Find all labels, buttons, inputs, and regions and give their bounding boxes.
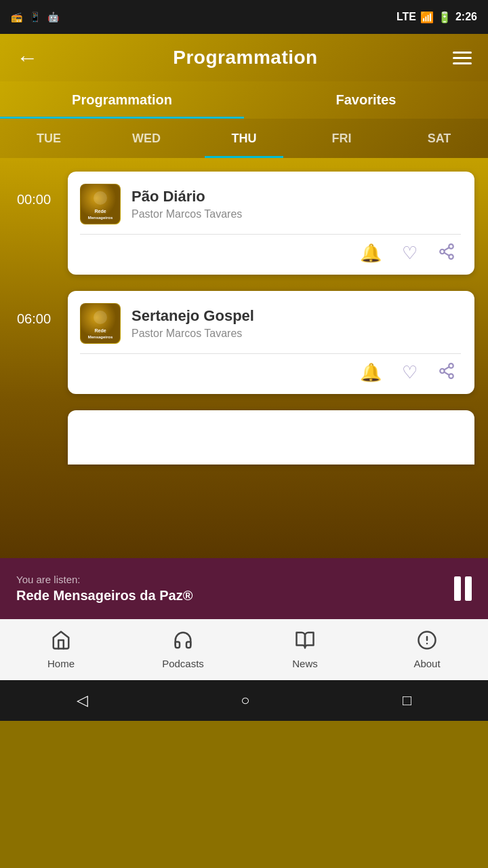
program-card-1: Rede Mensageiros Pão Diário Pastor Marco… [68, 172, 474, 275]
day-tab-thu[interactable]: THU [195, 119, 293, 158]
bell-icon-2[interactable]: 🔔 [360, 362, 382, 384]
pause-bar-right [465, 576, 472, 601]
program-logo-1: Rede Mensageiros [80, 184, 121, 224]
card-info-2: Sertanejo Gospel Pastor Marcos Tavares [131, 307, 461, 340]
nav-item-podcasts[interactable]: Podcasts [122, 619, 244, 680]
program-subtitle-1: Pastor Marcos Tavares [131, 208, 461, 220]
bottom-nav: Home Podcasts News About [0, 619, 488, 680]
content-area: 00:00 Red [0, 158, 488, 558]
nav-label-about: About [413, 658, 440, 669]
card-top-2: Rede Mensageiros Sertanejo Gospel Pastor… [80, 303, 461, 344]
tab-programmation[interactable]: Programmation [0, 81, 244, 119]
news-icon [295, 630, 315, 655]
program-title-1: Pão Diário [131, 188, 461, 205]
card-actions-2: 🔔 ♡ [80, 362, 461, 384]
svg-text:Rede: Rede [94, 328, 106, 333]
program-row-1: 00:00 Red [0, 172, 474, 275]
program-card-3-partial [68, 410, 474, 465]
back-button[interactable]: ← [16, 45, 38, 71]
android-icon: 🤖 [47, 12, 59, 22]
battery-icon: 🔋 [438, 11, 451, 24]
recents-android-button[interactable]: □ [403, 692, 411, 709]
card-divider-1 [80, 234, 461, 235]
program-row-3-partial [0, 410, 474, 465]
svg-text:Mensageiros: Mensageiros [88, 335, 113, 339]
day-tab-sat[interactable]: SAT [390, 119, 488, 158]
share-icon-2[interactable] [438, 362, 455, 384]
nav-label-news: News [292, 658, 318, 669]
svg-line-7 [444, 253, 449, 256]
program-row-2: 06:00 Red [0, 291, 474, 394]
svg-line-17 [444, 367, 449, 370]
svg-line-8 [444, 248, 449, 250]
now-playing-text: You are listen: Rede Mensageiros da Paz® [16, 574, 454, 604]
heart-icon-1[interactable]: ♡ [402, 243, 418, 265]
nav-label-podcasts: Podcasts [162, 658, 204, 669]
podcasts-icon [173, 630, 193, 655]
sim-icon: 📱 [29, 12, 41, 22]
program-time-1: 00:00 [0, 172, 68, 208]
svg-point-10 [94, 311, 107, 324]
day-tab-tue[interactable]: TUE [0, 119, 98, 158]
main-tabs: Programmation Favorites [0, 81, 488, 119]
card-top-1: Rede Mensageiros Pão Diário Pastor Marco… [80, 184, 461, 224]
program-subtitle-2: Pastor Marcos Tavares [131, 328, 461, 340]
svg-text:Mensageiros: Mensageiros [88, 216, 113, 220]
logo-inner-1: Rede Mensageiros [81, 184, 120, 224]
heart-icon-2[interactable]: ♡ [402, 362, 418, 384]
nav-item-about[interactable]: About [366, 619, 488, 680]
menu-button[interactable] [453, 52, 472, 64]
home-android-button[interactable]: ○ [241, 692, 249, 709]
svg-text:Rede: Rede [94, 209, 106, 214]
page-title: Programmation [173, 47, 317, 68]
program-card-2: Rede Mensageiros Sertanejo Gospel Pastor… [68, 291, 474, 394]
about-icon [417, 630, 437, 655]
back-android-button[interactable]: ◁ [77, 692, 88, 709]
pause-button[interactable] [454, 576, 472, 601]
status-bar: 📻 📱 🤖 LTE 📶 🔋 2:26 [0, 0, 488, 34]
tab-favorites[interactable]: Favorites [244, 81, 488, 119]
nav-item-news[interactable]: News [244, 619, 366, 680]
hamburger-line-3 [453, 62, 472, 64]
radio-icon: 📻 [11, 12, 22, 22]
day-tab-fri[interactable]: FRI [293, 119, 390, 158]
day-tab-wed[interactable]: WED [98, 119, 195, 158]
program-time-2: 06:00 [0, 291, 68, 327]
home-icon [51, 630, 71, 655]
status-icons: 📻 📱 🤖 [11, 12, 59, 22]
logo-inner-2: Rede Mensageiros [81, 304, 120, 343]
clock: 2:26 [455, 11, 477, 23]
svg-point-1 [94, 191, 107, 205]
nav-item-home[interactable]: Home [0, 619, 122, 680]
signal-bars: 📶 [420, 11, 434, 24]
card-info-1: Pão Diário Pastor Marcos Tavares [131, 188, 461, 220]
day-tabs: TUE WED THU FRI SAT [0, 119, 488, 158]
now-playing-bar[interactable]: You are listen: Rede Mensageiros da Paz® [0, 558, 488, 619]
card-actions-1: 🔔 ♡ [80, 243, 461, 265]
program-title-2: Sertanejo Gospel [131, 307, 461, 325]
now-playing-label: You are listen: [16, 574, 454, 585]
lte-icon: LTE [396, 11, 416, 23]
nav-label-home: Home [47, 658, 75, 669]
status-right: LTE 📶 🔋 2:26 [396, 11, 477, 24]
hamburger-line-2 [453, 57, 472, 59]
share-icon-1[interactable] [438, 243, 455, 265]
android-nav: ◁ ○ □ [0, 680, 488, 721]
app-header: ← Programmation [0, 34, 488, 81]
svg-line-16 [444, 372, 449, 375]
card-divider-2 [80, 353, 461, 354]
bell-icon-1[interactable]: 🔔 [360, 243, 382, 265]
pause-bar-left [454, 576, 461, 601]
hamburger-line-1 [453, 52, 472, 54]
now-playing-station: Rede Mensageiros da Paz® [16, 588, 454, 604]
program-logo-2: Rede Mensageiros [80, 303, 121, 344]
